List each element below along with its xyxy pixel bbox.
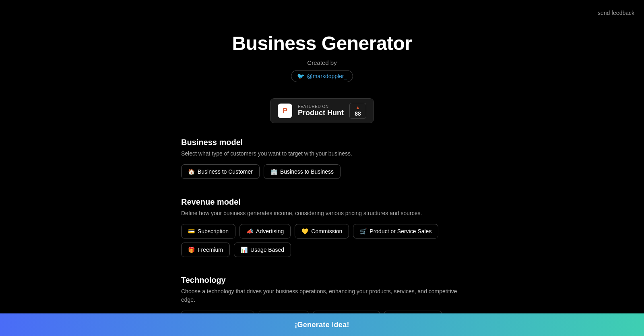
freemium-label: Freemium [198, 247, 223, 253]
usage-based-button[interactable]: 📊 Usage Based [234, 243, 291, 257]
twitter-handle: @markdoppler_ [307, 73, 347, 79]
office-icon: 🏢 [270, 168, 277, 175]
subscription-button[interactable]: 💳 Subscription [181, 224, 235, 239]
freemium-icon: 🎁 [188, 247, 195, 253]
revenue-model-title: Revenue model [181, 197, 463, 207]
advertising-label: Advertising [256, 228, 284, 234]
usage-based-icon: 📊 [241, 247, 248, 253]
commission-button[interactable]: 💛 Commission [295, 224, 349, 239]
business-model-title: Business model [181, 138, 463, 147]
product-hunt-votes-box: ▲ 88 [349, 103, 366, 119]
product-hunt-logo: P [278, 104, 292, 118]
commission-label: Commission [311, 228, 342, 234]
technology-title: Technology [181, 276, 463, 285]
created-by-label: Created by [307, 59, 336, 66]
business-model-section: Business model Select what type of custo… [181, 138, 463, 183]
business-to-customer-button[interactable]: 🏠 Business to Customer [181, 164, 260, 179]
freemium-button[interactable]: 🎁 Freemium [181, 243, 230, 257]
commission-icon: 💛 [301, 228, 308, 234]
business-model-options: 🏠 Business to Customer 🏢 Business to Bus… [181, 164, 463, 179]
revenue-model-options-row2: 🎁 Freemium 📊 Usage Based [181, 243, 463, 257]
send-feedback-link[interactable]: send feedback [598, 10, 634, 16]
business-to-business-button[interactable]: 🏢 Business to Business [264, 164, 341, 179]
generate-bar: ¡Generate idea! [0, 313, 644, 336]
product-hunt-featured-label: FEATURED ON [298, 104, 344, 109]
product-service-icon: 🛒 [360, 228, 367, 234]
advertising-icon: 📣 [246, 228, 253, 234]
vote-count: 88 [355, 110, 361, 117]
product-service-label: Product or Service Sales [369, 228, 431, 234]
product-hunt-text: FEATURED ON Product Hunt [298, 104, 344, 117]
revenue-model-options-row1: 💳 Subscription 📣 Advertising 💛 Commissio… [181, 224, 463, 239]
product-hunt-name: Product Hunt [298, 109, 344, 117]
technology-description: Choose a technology that drives your bus… [181, 287, 463, 304]
twitter-badge[interactable]: 🐦 @markdoppler_ [291, 70, 353, 82]
business-model-description: Select what type of customers you want t… [181, 149, 463, 158]
subscription-icon: 💳 [188, 228, 195, 234]
advertising-button[interactable]: 📣 Advertising [239, 224, 291, 239]
page-title: Business Generator [232, 32, 412, 54]
subscription-label: Subscription [198, 228, 229, 234]
main-content: Business Generator Created by 🐦 @markdop… [0, 0, 644, 336]
business-to-business-label: Business to Business [280, 168, 334, 175]
product-service-sales-button[interactable]: 🛒 Product or Service Sales [353, 224, 438, 239]
generate-idea-button[interactable]: ¡Generate idea! [0, 313, 644, 336]
usage-based-label: Usage Based [250, 247, 284, 253]
business-to-customer-label: Business to Customer [198, 168, 253, 175]
house-icon: 🏠 [188, 168, 195, 175]
upvote-arrow-icon: ▲ [355, 105, 360, 110]
revenue-model-description: Define how your business generates incom… [181, 209, 463, 218]
revenue-model-section: Revenue model Define how your business g… [181, 197, 463, 261]
twitter-icon: 🐦 [297, 73, 305, 80]
product-hunt-badge[interactable]: P FEATURED ON Product Hunt ▲ 88 [270, 98, 374, 123]
